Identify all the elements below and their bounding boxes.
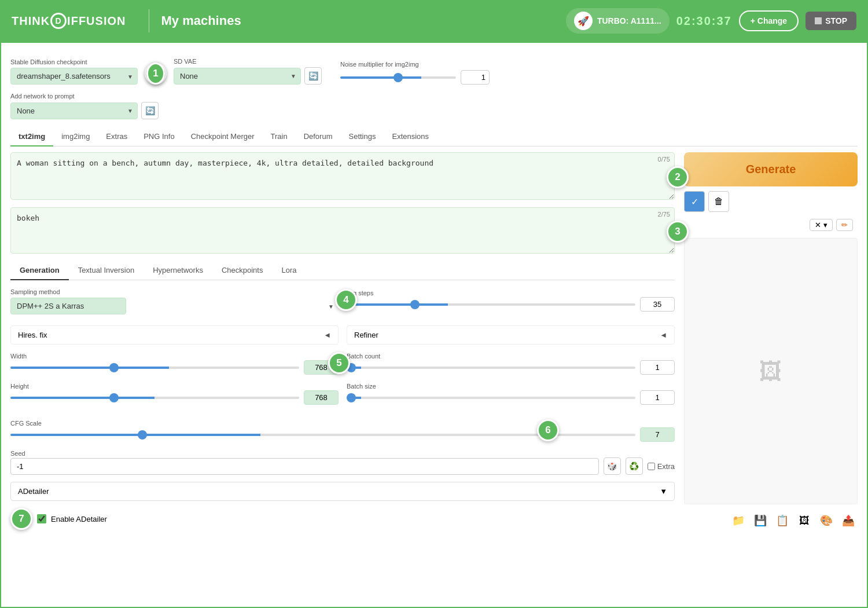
extra-checkbox[interactable] (648, 463, 655, 470)
cfg-input[interactable] (640, 427, 675, 442)
second-row: Add network to prompt None ▼ 🔄 (10, 93, 858, 119)
height-input[interactable] (304, 390, 339, 405)
pen-button[interactable]: ✏ (836, 219, 853, 231)
left-panel: 0/75 2 2/75 3 Generation Textual Inversi… (10, 152, 675, 532)
main-content: Stable Diffusion checkpoint dreamshaper_… (0, 42, 868, 608)
tab-deforum[interactable]: Deforum (296, 127, 341, 146)
sampling-steps-input[interactable] (640, 297, 675, 312)
seed-dice-button[interactable]: 🎲 (604, 457, 621, 475)
negative-prompt-section: 2/75 3 (10, 207, 675, 255)
enable-adetailer-checkbox[interactable] (37, 514, 46, 523)
cfg-group: CFG Scale 6 (10, 419, 675, 442)
sampling-row: Sampling method DPM++ 2S a Karras ▼ ling… (10, 288, 675, 318)
copy-icon-button[interactable]: 📋 (773, 511, 792, 530)
size-batch-row: Width 5 Height (10, 351, 675, 412)
vae-refresh-button[interactable]: 🔄 (304, 67, 322, 85)
network-select-wrap: None ▼ (10, 102, 138, 119)
image-placeholder-icon: 🖼 (759, 358, 782, 384)
noise-group: Noise multiplier for img2img (340, 61, 490, 85)
cfg-control: 6 (10, 427, 675, 442)
network-select[interactable]: None (10, 102, 138, 119)
stop-button[interactable]: STOP (806, 12, 856, 30)
extra-checkbox-group: Extra (648, 462, 675, 471)
vae-select[interactable]: None (174, 68, 301, 85)
prompt-action-row: ✕ ▾ ✏ (684, 217, 858, 233)
timer: 02:30:37 (676, 14, 732, 28)
gen-tab-textual-inversion[interactable]: Textual Inversion (69, 261, 144, 280)
change-button[interactable]: + Change (739, 10, 799, 31)
accordion-row: Hires. fix ◄ Refiner ◄ (10, 325, 675, 345)
batch-group: Batch count Batch size (347, 351, 675, 412)
positive-prompt-input[interactable] (10, 152, 675, 200)
tab-png-info[interactable]: PNG Info (135, 127, 182, 146)
refiner-item[interactable]: Refiner ◄ (347, 325, 675, 345)
tab-img2img[interactable]: img2img (53, 127, 98, 146)
noise-slider[interactable] (340, 76, 456, 79)
vae-label: SD VAE (174, 58, 322, 65)
hires-fix-item[interactable]: Hires. fix ◄ (10, 325, 339, 345)
style-trash-button[interactable]: 🗑 (708, 191, 729, 212)
x-dropdown-button[interactable]: ✕ ▾ (810, 219, 833, 231)
height-slider[interactable] (10, 397, 299, 399)
batch-size-slider[interactable] (347, 397, 635, 399)
save-icon-button[interactable]: 💾 (751, 511, 770, 530)
network-refresh-button[interactable]: 🔄 (141, 102, 159, 119)
width-control (10, 360, 339, 375)
style-icon-button[interactable]: 🎨 (817, 511, 836, 530)
noise-input[interactable] (461, 70, 490, 85)
checkpoint-group: Stable Diffusion checkpoint dreamshaper_… (10, 58, 138, 85)
tab-checkpoint-merger[interactable]: Checkpoint Merger (183, 127, 263, 146)
height-label: Height (10, 383, 29, 390)
logo: THINK D IFFUSION (12, 13, 126, 29)
batch-size-group: Batch size (347, 382, 675, 405)
width-label: Width (10, 353, 27, 360)
width-group: Width 5 (10, 351, 339, 375)
tab-extensions[interactable]: Extensions (384, 127, 437, 146)
hires-arrow-icon: ◄ (323, 331, 331, 339)
checkpoint-select[interactable]: dreamshaper_8.safetensors (10, 68, 138, 85)
refiner-label: Refiner (354, 331, 378, 339)
tab-extras[interactable]: Extras (98, 127, 135, 146)
gen-tab-checkpoints[interactable]: Checkpoints (212, 261, 273, 280)
batch-count-slider[interactable] (347, 367, 635, 369)
negative-prompt-input[interactable] (10, 207, 675, 254)
network-label: Add network to prompt (10, 93, 159, 100)
batch-size-input[interactable] (640, 390, 675, 405)
sampling-steps-slider[interactable] (347, 303, 635, 306)
noise-row (340, 70, 490, 85)
tab-settings[interactable]: Settings (341, 127, 384, 146)
gen-tab-lora[interactable]: Lora (272, 261, 306, 280)
sampling-steps-group: ling steps 4 (347, 288, 675, 312)
tab-txt2img[interactable]: txt2img (10, 127, 53, 146)
batch-count-input[interactable] (640, 360, 675, 375)
hires-fix-label: Hires. fix (18, 331, 47, 339)
generate-button[interactable]: Generate (684, 152, 858, 186)
checkpoint-select-wrap: dreamshaper_8.safetensors ▼ (10, 68, 138, 85)
seed-recycle-button[interactable]: ♻️ (626, 457, 643, 475)
seed-label: Seed (10, 450, 25, 457)
image-icon-button[interactable]: 🖼 (795, 511, 814, 530)
gen-tab-hypernetworks[interactable]: Hypernetworks (144, 261, 212, 280)
header-divider (149, 9, 149, 32)
sampling-method-group: Sampling method DPM++ 2S a Karras ▼ (10, 288, 339, 318)
seed-input[interactable] (10, 458, 599, 475)
turbo-icon: 🚀 (574, 12, 593, 30)
send-icon-button[interactable]: 📤 (839, 511, 858, 530)
height-group: Height (10, 382, 339, 405)
positive-prompt-section: 0/75 2 (10, 152, 675, 202)
positive-prompt-count: 0/75 (658, 156, 670, 163)
step-3-bubble: 3 (667, 221, 689, 243)
sampling-steps-control (347, 297, 675, 312)
bottom-icon-row: 📁 💾 📋 🖼 🎨 📤 (684, 509, 858, 532)
tab-train[interactable]: Train (263, 127, 296, 146)
stop-icon (815, 17, 822, 24)
step-2-bubble: 2 (667, 166, 689, 188)
adetailer-accordion[interactable]: ADetailer ▼ (10, 482, 675, 501)
logo-diffusion: IFFUSION (67, 14, 126, 28)
gen-tab-generation[interactable]: Generation (10, 261, 69, 280)
sampling-select[interactable]: DPM++ 2S a Karras (10, 298, 126, 314)
style-apply-button[interactable]: ✓ (684, 191, 705, 212)
noise-label: Noise multiplier for img2img (340, 61, 490, 68)
width-slider[interactable] (10, 367, 299, 369)
folder-icon-button[interactable]: 📁 (729, 511, 748, 530)
